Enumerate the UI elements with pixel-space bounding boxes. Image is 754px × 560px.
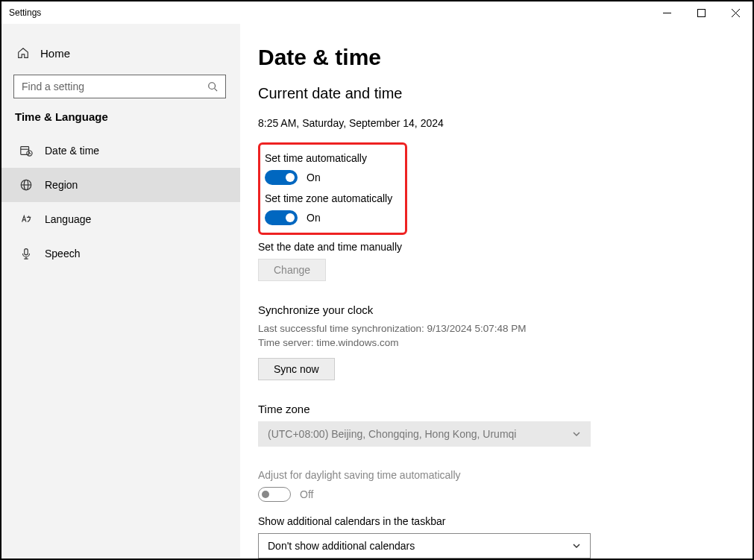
sync-now-button[interactable]: Sync now xyxy=(258,358,335,380)
language-icon xyxy=(19,213,33,226)
sync-clock-header: Synchronize your clock xyxy=(258,303,723,316)
caption-controls xyxy=(650,1,753,24)
maximize-icon xyxy=(697,9,706,17)
microphone-icon xyxy=(19,247,33,260)
chevron-down-icon xyxy=(572,430,581,438)
current-datetime-value: 8:25 AM, Saturday, September 14, 2024 xyxy=(258,117,723,129)
set-time-auto-state: On xyxy=(307,172,321,183)
close-icon xyxy=(732,9,740,17)
svg-point-4 xyxy=(209,83,216,89)
manual-datetime-label: Set the date and time manually xyxy=(258,241,723,253)
sidebar-group-header: Time & Language xyxy=(1,110,240,133)
svg-rect-14 xyxy=(25,249,28,255)
dst-label: Adjust for daylight saving time automati… xyxy=(258,469,723,481)
nav-item-label: Date & time xyxy=(45,145,99,157)
timezone-value: (UTC+08:00) Beijing, Chongqing, Hong Kon… xyxy=(268,428,516,440)
set-time-auto-label: Set time automatically xyxy=(265,152,400,164)
chevron-down-icon xyxy=(572,541,581,550)
set-time-auto-toggle[interactable] xyxy=(265,170,298,185)
nav-item-label: Region xyxy=(45,179,78,191)
svg-line-5 xyxy=(215,89,218,92)
dst-state: Off xyxy=(300,488,313,500)
change-datetime-button[interactable]: Change xyxy=(258,259,326,281)
window-title: Settings xyxy=(9,7,41,18)
nav-item-speech[interactable]: Speech xyxy=(1,236,240,271)
page-title: Date & time xyxy=(258,45,723,70)
nav-item-date-time[interactable]: Date & time xyxy=(1,133,240,168)
svg-line-10 xyxy=(30,154,31,154)
search-field[interactable] xyxy=(22,81,201,92)
nav-item-label: Language xyxy=(45,213,91,225)
maximize-button[interactable] xyxy=(684,1,718,24)
titlebar: Settings xyxy=(1,1,753,24)
search-icon xyxy=(207,81,218,92)
minimize-button[interactable] xyxy=(650,1,684,24)
minimize-icon xyxy=(663,9,671,17)
set-tz-auto-toggle[interactable] xyxy=(265,210,298,225)
search-input[interactable] xyxy=(13,75,226,98)
sidebar: Home Time & Language Date & time xyxy=(1,24,240,559)
close-button[interactable] xyxy=(718,1,753,24)
timezone-select[interactable]: (UTC+08:00) Beijing, Chongqing, Hong Kon… xyxy=(258,421,591,447)
additional-calendars-value: Don't show additional calendars xyxy=(268,540,415,552)
section-current-datetime: Current date and time xyxy=(258,85,723,102)
set-tz-auto-state: On xyxy=(307,212,321,224)
nav-home-label: Home xyxy=(40,47,70,60)
nav-item-language[interactable]: Language xyxy=(1,202,240,236)
nav-item-label: Speech xyxy=(45,248,80,259)
timezone-header: Time zone xyxy=(258,403,723,415)
sync-server: Time server: time.windows.com xyxy=(258,336,723,350)
nav-home[interactable]: Home xyxy=(1,39,240,67)
nav-item-region[interactable]: Region xyxy=(1,168,240,202)
svg-rect-6 xyxy=(21,147,29,155)
clock-calendar-icon xyxy=(19,144,33,157)
dst-toggle[interactable] xyxy=(258,487,291,502)
globe-icon xyxy=(19,178,33,192)
additional-calendars-label: Show additional calendars in the taskbar xyxy=(258,515,723,527)
additional-calendars-select[interactable]: Don't show additional calendars xyxy=(258,533,591,559)
home-icon xyxy=(16,46,30,60)
main-content: Date & time Current date and time 8:25 A… xyxy=(240,24,753,559)
svg-rect-1 xyxy=(697,9,705,16)
set-tz-auto-label: Set time zone automatically xyxy=(265,192,400,204)
sync-last-success: Last successful time synchronization: 9/… xyxy=(258,322,723,336)
highlighted-settings: Set time automatically On Set time zone … xyxy=(258,142,407,235)
